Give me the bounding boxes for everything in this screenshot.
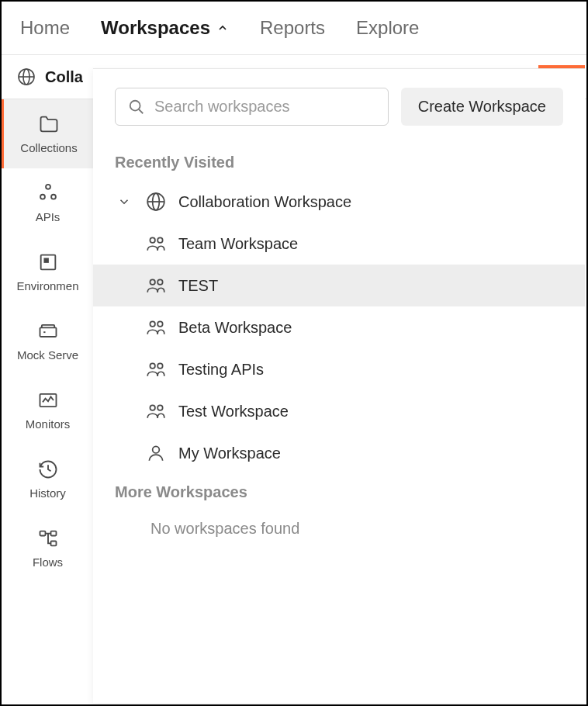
workspace-name: Collaboration Workspace — [178, 193, 351, 211]
sidebar-item-label: Flows — [33, 555, 63, 569]
more-workspaces-header: More Workspaces — [93, 474, 585, 510]
team-icon — [146, 359, 166, 379]
sidebar-item-flows[interactable]: Flows — [2, 514, 94, 583]
team-icon — [146, 234, 166, 254]
nav-workspaces-label: Workspaces — [101, 17, 210, 39]
folder-icon — [38, 113, 60, 135]
monitor-icon — [37, 389, 59, 411]
workspace-name: TEST — [178, 277, 218, 295]
no-workspaces-message: No workspaces found — [93, 510, 585, 547]
sidebar-item-label: Collections — [20, 141, 77, 154]
workspace-name: My Workspace — [178, 445, 281, 462]
team-icon — [146, 275, 166, 296]
nav-workspaces[interactable]: Workspaces — [101, 17, 229, 39]
search-workspaces-box[interactable] — [115, 88, 389, 126]
recently-visited-header: Recently Visited — [93, 144, 585, 181]
nav-explore[interactable]: Explore — [356, 17, 419, 39]
workspace-item[interactable]: Test Workspace — [93, 390, 585, 432]
sidebar-item-monitors[interactable]: Monitors — [2, 375, 94, 445]
workspace-item[interactable]: TEST — [93, 265, 585, 306]
flows-icon — [37, 528, 59, 549]
sidebar-item-apis[interactable]: APIs — [2, 168, 94, 237]
current-workspace-label: Colla — [45, 68, 83, 86]
team-icon — [146, 401, 166, 421]
sidebar-item-mock-servers[interactable]: Mock Serve — [2, 306, 94, 375]
sidebar-item-label: Monitors — [26, 417, 71, 431]
sidebar-item-label: History — [29, 486, 66, 500]
sidebar-item-label: Mock Serve — [17, 348, 78, 362]
workspace-name: Team Workspace — [178, 235, 298, 253]
sidebar: Collections APIs Environmen Mock Serve M… — [2, 99, 95, 694]
search-workspaces-input[interactable] — [154, 98, 375, 116]
personal-icon — [146, 443, 166, 463]
top-nav: Home Workspaces Reports Explore — [2, 2, 586, 55]
nav-home[interactable]: Home — [20, 17, 70, 39]
apis-icon — [37, 182, 59, 204]
workspace-name: Beta Workspace — [178, 319, 292, 337]
history-icon — [37, 459, 59, 480]
sidebar-item-label: APIs — [36, 210, 61, 223]
mock-server-icon — [37, 320, 59, 342]
workspace-item[interactable]: Beta Workspace — [93, 306, 585, 348]
environment-icon — [37, 251, 59, 273]
workspace-name: Testing APIs — [178, 361, 264, 379]
workspace-item[interactable]: Collaboration Workspace — [93, 181, 585, 223]
sidebar-item-collections[interactable]: Collections — [2, 99, 94, 168]
team-icon — [146, 317, 166, 337]
workspaces-dropdown: Create Workspace Recently Visited Collab… — [93, 68, 585, 703]
sidebar-item-environments[interactable]: Environmen — [2, 237, 94, 306]
sidebar-item-label: Environmen — [16, 279, 78, 292]
globe-icon — [17, 67, 36, 86]
chevron-down-icon[interactable] — [117, 195, 131, 209]
create-workspace-button[interactable]: Create Workspace — [401, 88, 563, 126]
workspace-name: Test Workspace — [178, 403, 289, 420]
nav-reports[interactable]: Reports — [260, 17, 325, 39]
chevron-up-icon — [216, 22, 229, 34]
chevron-slot — [115, 195, 133, 209]
search-icon — [128, 99, 145, 116]
workspace-item[interactable]: Team Workspace — [93, 223, 585, 265]
globe-icon — [146, 192, 166, 212]
workspace-item[interactable]: Testing APIs — [93, 348, 585, 390]
recent-workspaces-list: Collaboration WorkspaceTeam WorkspaceTES… — [93, 181, 585, 474]
workspace-item[interactable]: My Workspace — [93, 432, 585, 474]
sidebar-item-history[interactable]: History — [2, 445, 94, 514]
